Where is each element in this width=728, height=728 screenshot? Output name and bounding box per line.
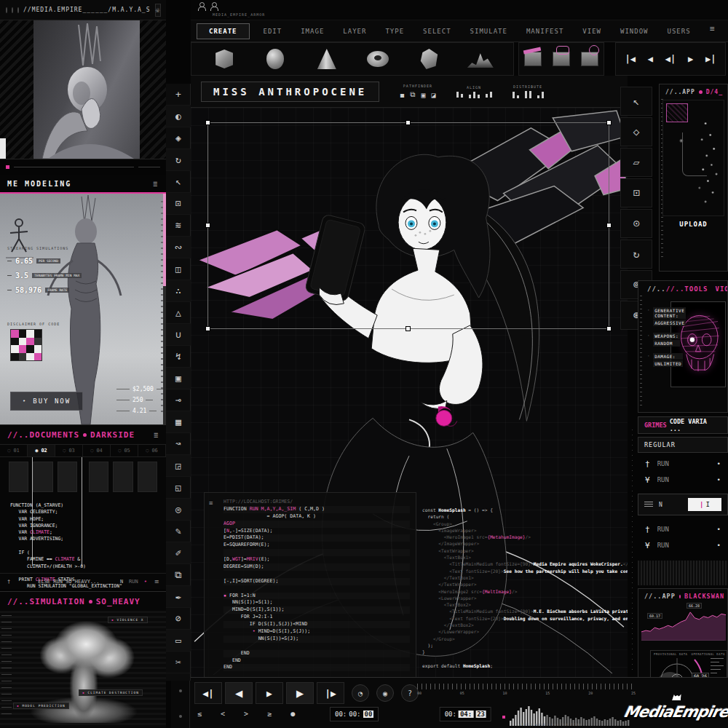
doc-thumbnail[interactable] [9, 462, 28, 492]
menu-item[interactable]: IMAGE [291, 23, 333, 39]
panel-menu-icon[interactable]: ≡ [153, 180, 159, 188]
tool-button[interactable]: ▭ [166, 630, 191, 652]
primitive-terrain[interactable] [466, 47, 495, 71]
primitive-cone[interactable] [312, 47, 341, 71]
doc-thumbnail[interactable] [113, 462, 132, 492]
primitive-sphere[interactable] [261, 47, 290, 71]
tool-button[interactable]: ✂ [166, 652, 191, 673]
tool-button[interactable]: ▣ [166, 368, 191, 389]
layer-fold-icon[interactable] [553, 52, 570, 66]
upload-button[interactable]: UPLOAD [660, 221, 727, 228]
tool-button[interactable]: ⊙ [620, 209, 652, 238]
align-center-icon[interactable] [469, 92, 480, 98]
tool-button[interactable]: ✐ [166, 542, 191, 564]
document-tab[interactable]: ◉ 02 [28, 445, 55, 456]
timecode-duration[interactable]: 00:04:23 [440, 707, 491, 721]
code-editor-left[interactable]: ≡ HTTP://LOCALHOST:GRIMES/FUNCTION RUN M… [204, 492, 416, 678]
tool-button[interactable]: ⊸ [166, 389, 191, 411]
tool-button[interactable]: ∾ [166, 237, 191, 258]
transport-button[interactable]: ▶ [688, 54, 693, 64]
artboard-canvas[interactable]: ≡ HTTP://LOCALHOST:GRIMES/FUNCTION RUN M… [191, 108, 628, 681]
selection-handle[interactable] [205, 326, 210, 331]
user-icon[interactable] [198, 2, 205, 10]
document-tab[interactable]: ◌ 04 [83, 445, 111, 456]
tool-button[interactable]: ≋ [166, 215, 191, 237]
document-tab[interactable]: ◌ 05 [111, 445, 138, 456]
menu-item[interactable]: TYPE [376, 23, 414, 39]
tool-button[interactable]: ↻ [620, 240, 652, 269]
tool-button[interactable]: △ [166, 302, 191, 324]
transport-button[interactable]: ▶| [705, 54, 716, 64]
layer-ring-icon[interactable] [581, 52, 598, 66]
menu-item[interactable]: WINDOW [611, 23, 658, 39]
tool-button[interactable]: ✒ [166, 586, 191, 608]
document-tab[interactable]: ◌ 03 [55, 445, 83, 456]
menu-item[interactable]: VIEW [573, 23, 611, 39]
tool-button[interactable]: ⧉ [166, 564, 191, 586]
panel-menu-icon[interactable]: ≡ [154, 577, 159, 585]
menu-item[interactable]: LAYER [333, 23, 376, 39]
window-dot[interactable] [6, 7, 7, 13]
menu-item[interactable]: SELECT [414, 23, 461, 39]
layer-paste-icon[interactable] [524, 52, 542, 66]
doc-thumbnail[interactable] [33, 462, 52, 492]
play-button[interactable]: ▶ [256, 682, 283, 704]
tool-button[interactable]: + [166, 84, 191, 106]
pathfinder-icon[interactable]: ◪ [432, 91, 436, 99]
tool-button[interactable]: ▦ [166, 411, 191, 433]
frame-nav-button[interactable]: < [221, 710, 225, 718]
align-right-icon[interactable] [486, 92, 492, 98]
tool-button[interactable]: ◫ [166, 258, 191, 280]
primitive-torus[interactable] [363, 47, 392, 71]
tool-button[interactable]: ◈ [166, 127, 191, 149]
user-icon[interactable] [210, 2, 217, 10]
run-row[interactable]: † RUN • [638, 521, 728, 537]
window-dot[interactable] [17, 7, 19, 13]
distribute-edge-icon[interactable] [537, 92, 544, 98]
menu-overflow-icon[interactable]: ≡ [710, 24, 715, 33]
buy-now-button[interactable]: •BUY NOW [10, 392, 83, 411]
run-row[interactable]: ¥ RUN • [638, 537, 728, 553]
editor-menu-icon[interactable]: ≡ [209, 499, 213, 509]
tool-button[interactable]: ✎ [166, 521, 191, 542]
transport-button[interactable]: ◀| [665, 54, 676, 64]
align-left-icon[interactable] [456, 92, 463, 98]
skull-icon[interactable]: ☠ [155, 4, 161, 17]
doc-thumbnail[interactable] [58, 462, 77, 492]
tool-button[interactable]: ↖ [166, 171, 191, 193]
timeline-grip[interactable] [171, 678, 190, 728]
doc-thumbnail[interactable] [138, 462, 157, 492]
selection-handle[interactable] [205, 120, 210, 125]
tool-button[interactable]: ⊡ [620, 178, 652, 207]
tool-button[interactable]: ◐ [166, 106, 191, 127]
frame-nav-button[interactable]: > [244, 710, 248, 718]
frame-nav-button[interactable]: ≤ [197, 710, 202, 718]
document-tab[interactable]: ◌ 01 [0, 445, 28, 456]
tool-button[interactable]: ◱ [166, 477, 191, 499]
tool-button[interactable]: ◇ [620, 117, 652, 146]
selection-handle[interactable] [405, 326, 411, 331]
text-field[interactable]: |I [688, 498, 721, 511]
frame-nav-button[interactable]: ≥ [267, 710, 272, 718]
menu-item[interactable]: MANIFEST [517, 23, 573, 39]
selection-handle[interactable] [205, 223, 210, 228]
run-row[interactable]: ¥ RUN • [638, 472, 728, 488]
tool-button[interactable]: ◲ [166, 455, 191, 477]
tool-button[interactable]: ∴ [166, 280, 191, 302]
tool-button[interactable]: ↻ [166, 149, 191, 171]
frame-forward-button[interactable]: |▶ [317, 682, 344, 704]
tool-button[interactable]: ▱ [620, 148, 652, 177]
distribute-v-icon[interactable] [525, 91, 531, 98]
window-dot[interactable] [12, 7, 13, 13]
menu-item[interactable]: EDIT [254, 23, 292, 39]
primitive-cube[interactable] [210, 47, 239, 71]
frame-back-button[interactable]: ◀| [194, 682, 222, 704]
run-button[interactable]: RUN [129, 579, 138, 585]
menu-item[interactable]: CREATE [197, 23, 250, 39]
help-button[interactable]: ? [401, 684, 419, 702]
tool-button[interactable]: ↖ [620, 87, 652, 116]
primitive-polyhedron[interactable] [414, 47, 443, 71]
run-row[interactable]: † RUN • [638, 456, 728, 472]
doc-thumbnail[interactable] [89, 462, 108, 492]
timecode-current[interactable]: 00:00:00 [330, 707, 379, 721]
